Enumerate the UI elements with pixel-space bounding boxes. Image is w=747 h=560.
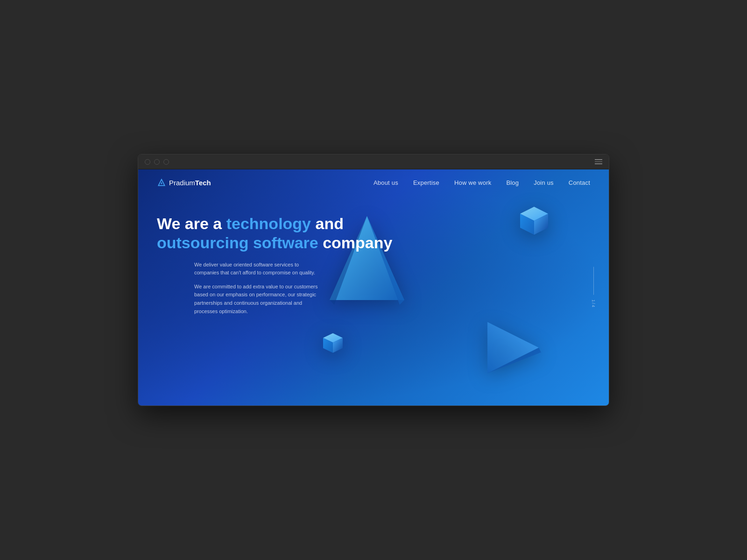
hero-title-accent1: technology	[226, 215, 311, 232]
nav-item-about[interactable]: About us	[374, 178, 398, 187]
hero-description: We deliver value oriented software servi…	[157, 261, 325, 316]
slide-counter: 1/4	[591, 300, 596, 308]
shape-triangle-bottom-right	[483, 317, 543, 380]
nav-link-joinus[interactable]: Join us	[534, 179, 554, 186]
logo[interactable]: PradiumTech	[157, 178, 211, 187]
nav-item-blog[interactable]: Blog	[506, 178, 519, 187]
website-content: PradiumTech About us Expertise How we wo…	[138, 169, 609, 406]
nav-link-about[interactable]: About us	[374, 179, 398, 186]
hero-title-suffix2: company	[318, 234, 393, 252]
hero-title: We are a technology and outsourcing soft…	[157, 214, 400, 252]
svg-marker-9	[487, 322, 539, 373]
logo-icon	[157, 178, 166, 187]
hero-section: We are a technology and outsourcing soft…	[138, 196, 609, 315]
nav-link-blog[interactable]: Blog	[506, 179, 519, 186]
browser-window: PradiumTech About us Expertise How we wo…	[138, 154, 609, 406]
svg-marker-8	[333, 338, 343, 353]
hero-title-suffix1: and	[311, 215, 344, 232]
hero-desc-1: We deliver value oriented software servi…	[194, 261, 325, 277]
hero-title-accent2: outsourcing software	[157, 234, 318, 252]
scroll-indicator: 1/4	[591, 267, 596, 308]
scroll-line	[593, 267, 594, 295]
nav-item-joinus[interactable]: Join us	[534, 178, 554, 187]
nav-item-contact[interactable]: Contact	[569, 178, 590, 187]
logo-text: PradiumTech	[169, 179, 211, 187]
nav-link-expertise[interactable]: Expertise	[413, 179, 439, 186]
window-controls	[145, 159, 169, 165]
nav-link-howwework[interactable]: How we work	[454, 179, 492, 186]
maximize-dot[interactable]	[163, 159, 169, 165]
menu-icon	[595, 159, 602, 164]
nav-item-howwework[interactable]: How we work	[454, 178, 492, 187]
browser-chrome	[138, 154, 609, 169]
nav-item-expertise[interactable]: Expertise	[413, 178, 439, 187]
close-dot[interactable]	[145, 159, 150, 165]
minimize-dot[interactable]	[154, 159, 160, 165]
svg-marker-6	[323, 333, 343, 343]
hero-desc-2: We are committed to add extra value to o…	[194, 283, 325, 315]
shape-cube-bottom	[320, 331, 346, 359]
svg-marker-12	[161, 182, 162, 184]
svg-marker-10	[487, 348, 541, 373]
svg-marker-7	[323, 338, 333, 353]
hero-title-prefix: We are a	[157, 215, 226, 232]
navbar: PradiumTech About us Expertise How we wo…	[138, 169, 609, 196]
nav-links: About us Expertise How we work Blog Join…	[374, 178, 590, 187]
nav-link-contact[interactable]: Contact	[569, 179, 590, 186]
